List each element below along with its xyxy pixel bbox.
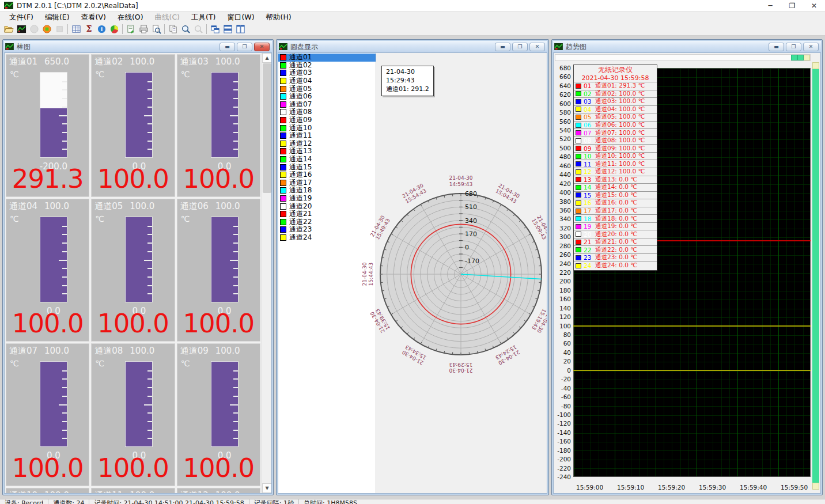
pie-chart-icon[interactable]: [108, 24, 120, 35]
polar-time-label: 21-04-3015:34:43: [401, 344, 427, 366]
legend-channel-number: 09: [584, 145, 593, 152]
tick-mark: [147, 89, 152, 90]
channel-value: 100.0: [6, 453, 89, 483]
y-axis-tick: 200: [559, 278, 571, 285]
window-title: 棒图: [17, 42, 31, 52]
legend-row[interactable]: 22通道22: 0.0 ℃: [574, 246, 657, 254]
y-axis-tick: 500: [559, 145, 571, 151]
polar-chart: 6805103401700-17021-04-3014:59:4321-04-3…: [335, 149, 547, 400]
menu-file[interactable]: 文件(F): [3, 12, 39, 24]
export-icon[interactable]: [124, 24, 137, 35]
scroll-up-icon[interactable]: ▲: [262, 53, 272, 63]
restore-button[interactable]: ❐: [786, 43, 801, 51]
legend-row[interactable]: 20通道20: 0.0 ℃: [574, 230, 657, 238]
realtime-chart-icon[interactable]: [15, 24, 28, 35]
menu-tools[interactable]: 工具(T): [186, 12, 221, 24]
legend-row[interactable]: 03通道03: 100.0 ℃: [574, 98, 657, 106]
maximize-button[interactable]: ❐: [781, 0, 803, 12]
status-field: 记录间隔: 1秒: [249, 499, 298, 504]
slider-end-icon[interactable]: [804, 55, 810, 60]
zoom-icon[interactable]: [179, 24, 192, 35]
legend-row[interactable]: 12通道12: 100.0 ℃: [574, 168, 657, 176]
minimize-button[interactable]: ▬: [220, 43, 235, 51]
legend-row[interactable]: 16通道16: 0.0 ℃: [574, 199, 657, 207]
menu-help[interactable]: 帮助(H): [260, 12, 297, 24]
trend-scrollbar[interactable]: [812, 62, 819, 490]
legend-row[interactable]: 09通道09: 100.0 ℃: [574, 145, 657, 153]
restore-button[interactable]: ❐: [237, 43, 252, 51]
data-table-icon[interactable]: [70, 24, 82, 35]
tile-vertical-icon[interactable]: [234, 24, 247, 35]
close-button[interactable]: ✕: [529, 43, 545, 51]
legend-row[interactable]: 17通道17: 0.0 ℃: [574, 207, 657, 215]
scrollbar-thumb[interactable]: [263, 63, 271, 193]
legend-color-swatch: [576, 161, 581, 166]
legend-row[interactable]: 24通道24: 0.0 ℃: [574, 262, 657, 270]
minimize-button[interactable]: ─: [759, 0, 781, 12]
legend-row[interactable]: 06通道06: 100.0 ℃: [574, 122, 657, 130]
print-icon[interactable]: [137, 24, 150, 35]
menu-edit[interactable]: 编辑(E): [39, 12, 75, 24]
slider-block-icon[interactable]: [791, 55, 797, 60]
legend-row[interactable]: 10通道10: 100.0 ℃: [574, 153, 657, 161]
legend-row[interactable]: 02通道02: 100.0 ℃: [574, 90, 657, 98]
close-button[interactable]: ✕: [254, 43, 270, 51]
legend-row[interactable]: 04通道04: 100.0 ℃: [574, 106, 657, 114]
legend-row[interactable]: 07通道07: 100.0 ℃: [574, 129, 657, 137]
svg-text:340: 340: [465, 217, 477, 225]
cascade-windows-icon[interactable]: [209, 24, 221, 35]
legend-channel-value: 通道14: 0.0 ℃: [595, 183, 637, 191]
legend-row[interactable]: 15通道15: 0.0 ℃: [574, 192, 657, 200]
legend-channel-number: 08: [584, 137, 593, 144]
tick-mark: [147, 430, 152, 431]
restore-button[interactable]: ❐: [512, 43, 528, 51]
print-preview-icon[interactable]: [150, 24, 162, 35]
scrollbar-thumb-top[interactable]: [812, 62, 819, 69]
minimize-button[interactable]: ▬: [495, 43, 510, 51]
open-folder-icon[interactable]: [2, 24, 15, 35]
slider-block-icon[interactable]: [797, 55, 804, 60]
menu-window[interactable]: 窗口(W): [221, 12, 260, 24]
channel-color-swatch: [280, 164, 286, 170]
y-axis-tick: 320: [559, 225, 571, 232]
menu-online[interactable]: 在线(O): [112, 12, 149, 24]
menu-view[interactable]: 查看(V): [75, 12, 112, 24]
minimize-button[interactable]: ▬: [769, 43, 784, 51]
polar-time-label: 21-04-3015:49:43: [369, 214, 391, 241]
record-icon[interactable]: [40, 24, 53, 35]
svg-text:21-04-3015:44:43: 21-04-3015:44:43: [362, 262, 374, 286]
legend-row[interactable]: 11通道11: 100.0 ℃: [574, 160, 657, 168]
tick-mark: [233, 141, 238, 142]
scroll-down-icon[interactable]: ▼: [262, 483, 272, 493]
bar-window-titlebar[interactable]: 棒图 ▬ ❐ ✕: [4, 41, 272, 52]
scrollbar-thumb-bottom[interactable]: [812, 483, 819, 490]
copy-icon[interactable]: [166, 24, 179, 35]
legend-row[interactable]: 08通道08: 100.0 ℃: [574, 137, 657, 145]
svg-text:21-04-3015:54:43: 21-04-3015:54:43: [401, 183, 427, 204]
legend-row[interactable]: 19通道19: 0.0 ℃: [574, 223, 657, 231]
legend-row[interactable]: 13通道13: 0.0 ℃: [574, 176, 657, 184]
legend-row[interactable]: 18通道18: 0.0 ℃: [574, 215, 657, 223]
channel-color-swatch: [280, 141, 286, 147]
sigma-icon[interactable]: Σ: [82, 24, 95, 35]
menu-curve[interactable]: 曲线(C): [149, 12, 186, 24]
y-axis-tick: 420: [559, 180, 571, 187]
scale-max: 100.0: [215, 56, 240, 67]
polar-time-label: 21-04-3015:39:43: [369, 308, 391, 334]
close-button[interactable]: ✕: [803, 0, 825, 12]
disc-window-titlebar[interactable]: 圆盘显示 ▬ ❐ ✕: [278, 41, 547, 52]
close-button[interactable]: ✕: [803, 43, 819, 51]
legend-row[interactable]: 21通道21: 0.0 ℃: [574, 238, 657, 247]
info-icon[interactable]: i: [95, 24, 108, 35]
bar-window-scrollbar[interactable]: ▲ ▼: [262, 53, 271, 493]
play-icon: [28, 24, 40, 35]
tile-horizontal-icon[interactable]: [221, 24, 234, 35]
legend-row[interactable]: 05通道05: 100.0 ℃: [574, 113, 657, 122]
trend-window-titlebar[interactable]: 趋势图 ▬ ❐ ✕: [553, 41, 821, 52]
legend-row[interactable]: 14通道14: 0.0 ℃: [574, 184, 657, 192]
scale-max: 100.0: [215, 201, 240, 212]
y-axis-tick: 240: [559, 260, 571, 267]
legend-row[interactable]: 01通道01: 291.3 ℃: [574, 82, 657, 90]
time-slider-strip[interactable]: [555, 54, 811, 61]
legend-row[interactable]: 23通道23: 0.0 ℃: [574, 254, 657, 262]
